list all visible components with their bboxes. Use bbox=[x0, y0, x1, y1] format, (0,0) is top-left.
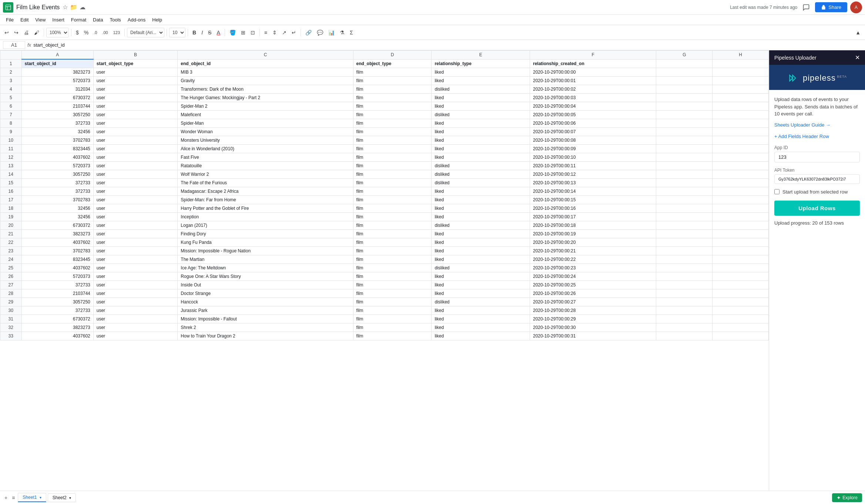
cell[interactable]: Ice Age: The Meltdown bbox=[178, 263, 353, 272]
row-number[interactable]: 21 bbox=[0, 229, 22, 238]
explore-button[interactable]: ✦ Explore bbox=[832, 493, 862, 502]
cell[interactable] bbox=[713, 263, 769, 272]
cell[interactable]: liked bbox=[432, 306, 530, 315]
cell[interactable]: Kung Fu Panda bbox=[178, 238, 353, 246]
row-number[interactable]: 5 bbox=[0, 93, 22, 102]
cell[interactable] bbox=[713, 178, 769, 187]
cell[interactable]: liked bbox=[432, 102, 530, 110]
cell[interactable]: liked bbox=[432, 68, 530, 76]
menu-insert[interactable]: Insert bbox=[49, 16, 67, 24]
collapse-button[interactable]: ▲ bbox=[853, 28, 863, 37]
cell[interactable]: 2020-10-29T00:00:26 bbox=[530, 289, 656, 298]
cell[interactable]: film bbox=[353, 170, 432, 178]
cell[interactable] bbox=[656, 161, 713, 170]
cell[interactable] bbox=[656, 136, 713, 144]
cell[interactable] bbox=[656, 263, 713, 272]
cell[interactable]: 312034 bbox=[21, 85, 93, 93]
col-header-e[interactable]: E bbox=[432, 51, 530, 60]
row-number[interactable]: 32 bbox=[0, 323, 22, 332]
cell[interactable]: liked bbox=[432, 280, 530, 289]
cell[interactable]: 4037602 bbox=[21, 153, 93, 161]
cloud-icon[interactable]: ☁ bbox=[80, 4, 86, 11]
cell[interactable]: user bbox=[93, 102, 178, 110]
cell[interactable]: film bbox=[353, 204, 432, 212]
cell[interactable]: liked bbox=[432, 315, 530, 323]
row-number[interactable]: 25 bbox=[0, 263, 22, 272]
cell[interactable]: relationship_type bbox=[432, 59, 530, 68]
cell[interactable] bbox=[656, 306, 713, 315]
cell[interactable]: film bbox=[353, 229, 432, 238]
cell[interactable]: user bbox=[93, 153, 178, 161]
row-number[interactable]: 15 bbox=[0, 178, 22, 187]
cell[interactable]: disliked bbox=[432, 85, 530, 93]
spreadsheet-area[interactable]: A B C D E F G H 1start_object_idstart_ob… bbox=[0, 50, 769, 491]
redo-button[interactable]: ↪ bbox=[12, 28, 21, 37]
cell[interactable] bbox=[713, 59, 769, 68]
cell[interactable]: 2020-10-29T00:00:00 bbox=[530, 68, 656, 76]
cell[interactable]: 372733 bbox=[21, 119, 93, 127]
cell[interactable]: film bbox=[353, 93, 432, 102]
cell[interactable]: liked bbox=[432, 229, 530, 238]
zoom-select[interactable]: 100% bbox=[46, 28, 69, 37]
row-number[interactable]: 30 bbox=[0, 306, 22, 315]
cell[interactable]: 2020-10-29T00:00:16 bbox=[530, 204, 656, 212]
filter-button[interactable]: ⚗ bbox=[338, 28, 347, 37]
cell[interactable]: liked bbox=[432, 323, 530, 332]
cell[interactable] bbox=[713, 255, 769, 263]
cell[interactable] bbox=[656, 127, 713, 136]
font-size-select[interactable]: 10 bbox=[169, 28, 185, 37]
formula-input[interactable] bbox=[33, 42, 862, 48]
cell[interactable]: 2020-10-29T00:00:07 bbox=[530, 127, 656, 136]
cell[interactable]: Madagascar: Escape 2 Africa bbox=[178, 187, 353, 195]
cell[interactable]: liked bbox=[432, 187, 530, 195]
cell[interactable]: film bbox=[353, 323, 432, 332]
app-id-input[interactable] bbox=[774, 152, 860, 162]
cell[interactable]: Finding Dory bbox=[178, 229, 353, 238]
cell[interactable]: liked bbox=[432, 153, 530, 161]
sheet1-chevron[interactable]: ▾ bbox=[40, 495, 41, 500]
row-number[interactable]: 33 bbox=[0, 332, 22, 340]
cell[interactable]: user bbox=[93, 289, 178, 298]
cell[interactable]: liked bbox=[432, 127, 530, 136]
cell[interactable]: Ratatouille bbox=[178, 161, 353, 170]
cell[interactable]: Spider-Man: Far from Home bbox=[178, 195, 353, 204]
cell[interactable] bbox=[713, 102, 769, 110]
cell[interactable]: Hancock bbox=[178, 298, 353, 306]
cell[interactable]: user bbox=[93, 127, 178, 136]
cell[interactable] bbox=[656, 229, 713, 238]
chat-icon[interactable] bbox=[800, 1, 812, 13]
cell[interactable]: 5720373 bbox=[21, 272, 93, 280]
cell[interactable] bbox=[656, 298, 713, 306]
print-button[interactable]: 🖨 bbox=[21, 28, 31, 37]
cell[interactable]: 4037602 bbox=[21, 332, 93, 340]
cell[interactable]: 2020-10-29T00:00:15 bbox=[530, 195, 656, 204]
cell[interactable] bbox=[713, 119, 769, 127]
cell[interactable] bbox=[656, 280, 713, 289]
cell[interactable]: Spider-Man bbox=[178, 119, 353, 127]
cell[interactable]: liked bbox=[432, 212, 530, 221]
cell[interactable]: film bbox=[353, 315, 432, 323]
cell[interactable]: 2020-10-29T00:00:09 bbox=[530, 144, 656, 153]
cell[interactable] bbox=[713, 272, 769, 280]
cell[interactable] bbox=[713, 136, 769, 144]
add-header-link[interactable]: + Add Fields Header Row bbox=[774, 134, 860, 139]
cell[interactable] bbox=[656, 238, 713, 246]
decimal-decrease-button[interactable]: .0 bbox=[91, 29, 99, 36]
cell[interactable]: user bbox=[93, 280, 178, 289]
comment-button[interactable]: 💬 bbox=[315, 28, 325, 37]
cell[interactable] bbox=[656, 195, 713, 204]
cell[interactable]: 3057250 bbox=[21, 298, 93, 306]
user-avatar[interactable]: A bbox=[850, 1, 862, 13]
cell[interactable] bbox=[713, 144, 769, 153]
cell[interactable]: 2020-10-29T00:00:02 bbox=[530, 85, 656, 93]
sheet-tab-sheet1[interactable]: Sheet1 ▾ bbox=[18, 493, 46, 502]
cell[interactable]: disliked bbox=[432, 263, 530, 272]
function-button[interactable]: Σ bbox=[348, 28, 355, 37]
cell[interactable]: 2020-10-29T00:00:01 bbox=[530, 76, 656, 85]
cell[interactable] bbox=[713, 298, 769, 306]
cell[interactable] bbox=[713, 315, 769, 323]
row-number[interactable]: 18 bbox=[0, 204, 22, 212]
text-wrap-button[interactable]: ↵ bbox=[289, 28, 298, 37]
cell[interactable]: liked bbox=[432, 195, 530, 204]
cell[interactable]: 2020-10-29T00:00:27 bbox=[530, 298, 656, 306]
